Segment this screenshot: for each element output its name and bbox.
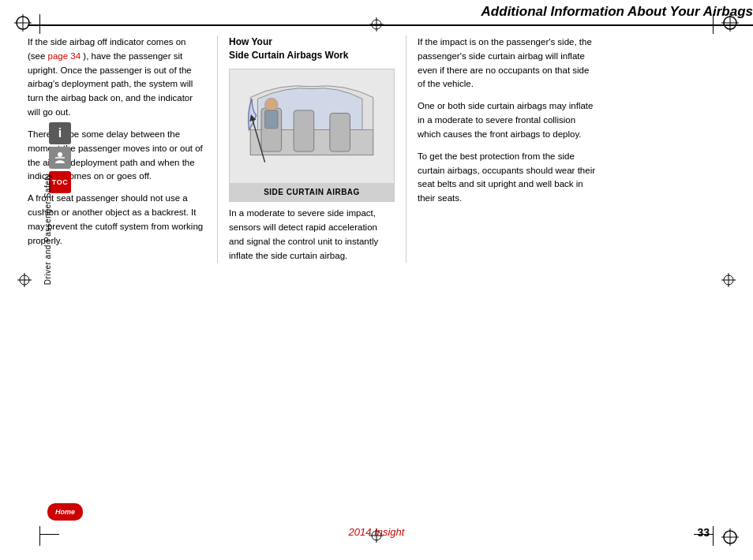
- footer: Home 2014 Insight 33: [0, 526, 753, 538]
- left-para1: If the side airbag off indicator comes o…: [28, 35, 206, 120]
- main-content: Additional Information About Your Airbag…: [28, 0, 753, 263]
- corner-circle-tr: [721, 14, 739, 32]
- cross-left: [17, 273, 32, 287]
- middle-para1: In a moderate to severe side impact, sen…: [229, 207, 395, 263]
- svg-point-26: [265, 98, 278, 110]
- col-right: If the impact is on the passenger's side…: [406, 35, 596, 214]
- col-middle: How Your Side Curtain Airbags Work: [217, 35, 406, 263]
- corner-mark-tr-v: [713, 14, 714, 34]
- middle-title: How Your Side Curtain Airbags Work: [229, 35, 395, 62]
- home-label: Home: [55, 508, 75, 516]
- footer-title: 2014 Insight: [349, 526, 405, 538]
- airbag-image: SIDE CURTAIN AIRBAG: [229, 69, 395, 203]
- corner-mark-tl-v: [39, 14, 40, 34]
- airbag-diagram: [230, 69, 394, 183]
- corner-mark-tr-h: [694, 25, 714, 26]
- home-button[interactable]: Home: [47, 503, 83, 521]
- svg-rect-27: [265, 110, 278, 128]
- right-para3: To get the best protection from the side…: [418, 150, 596, 206]
- right-para2: One or both side curtain airbags may inf…: [418, 99, 596, 141]
- page-number: 33: [697, 526, 710, 539]
- airbag-caption: SIDE CURTAIN AIRBAG: [230, 183, 394, 202]
- nav-person-icon[interactable]: [49, 147, 71, 169]
- cross-right: [721, 273, 736, 287]
- page-title: Additional Information About Your Airbag…: [28, 4, 753, 26]
- page-link[interactable]: page 34: [48, 51, 81, 61]
- nav-info-icon[interactable]: i: [49, 122, 71, 144]
- right-para1: If the impact is on the passenger's side…: [418, 35, 596, 91]
- corner-mark-tl-h: [39, 25, 59, 26]
- svg-point-21: [58, 152, 62, 157]
- content-columns: If the side airbag off indicator comes o…: [28, 35, 753, 263]
- svg-rect-25: [294, 110, 314, 151]
- svg-rect-29: [330, 113, 350, 151]
- corner-circle-tl: [14, 14, 32, 32]
- section-label: Driver and Passenger Safety: [43, 174, 56, 285]
- cross-top: [369, 17, 384, 32]
